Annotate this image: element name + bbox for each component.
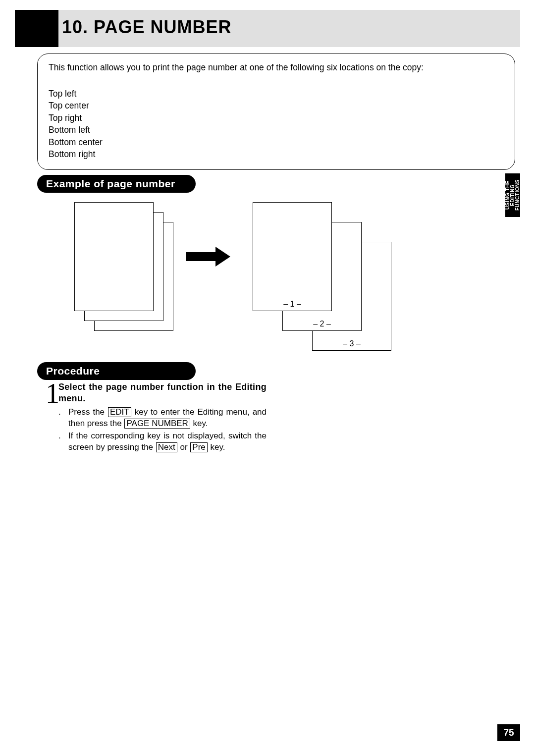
location-item: Bottom center	[49, 136, 504, 149]
bullet-dot-icon: .	[58, 407, 68, 430]
key-page-number: PAGE NUMBER	[124, 419, 190, 429]
location-item: Top right	[49, 112, 504, 124]
page-number-footer: 75	[497, 724, 520, 741]
intro-text: This function allows you to print the pa…	[49, 62, 504, 74]
location-item: Top left	[49, 88, 504, 100]
step-title: Select the page number function in the E…	[58, 381, 267, 405]
bullet-text: Press the EDIT key to enter the Editing …	[68, 407, 267, 430]
title-accent-block	[15, 10, 58, 47]
section-heading-example: Example of page number	[37, 175, 196, 193]
section-heading-procedure-label: Procedure	[46, 365, 100, 377]
example-diagram: – 3 – – 2 – – 1 –	[64, 197, 421, 356]
side-tab-label: USING THE EDITING FUNCTIONS	[505, 176, 520, 214]
manual-page: 10. PAGE NUMBER This function allows you…	[0, 0, 535, 756]
location-item: Bottom left	[49, 124, 504, 136]
bullet-text: If the corresponding key is not displaye…	[68, 431, 267, 453]
chapter-title: 10. PAGE NUMBER	[62, 17, 231, 38]
intro-box: This function allows you to print the pa…	[37, 54, 515, 170]
key-next: Next	[156, 442, 177, 453]
key-pre: Pre	[190, 442, 207, 453]
step-number: 1	[46, 379, 59, 407]
arrow-right-icon	[186, 247, 235, 267]
step-bullet: . Press the EDIT key to enter the Editin…	[58, 407, 267, 430]
procedure-step-1: 1 Select the page number function in the…	[58, 381, 267, 453]
page-number-value: 75	[503, 727, 514, 738]
section-heading-example-label: Example of page number	[46, 178, 175, 190]
diagram-page-blank	[74, 202, 154, 311]
diagram-page-label: – 3 –	[313, 339, 391, 348]
bullet-dot-icon: .	[58, 431, 68, 453]
step-bullet: . If the corresponding key is not displa…	[58, 431, 267, 453]
location-item: Top center	[49, 100, 504, 112]
diagram-page-numbered: – 1 –	[253, 202, 332, 311]
location-item: Bottom right	[49, 148, 504, 161]
locations-list: Top left Top center Top right Bottom lef…	[49, 88, 504, 161]
section-heading-procedure: Procedure	[37, 362, 196, 380]
diagram-page-label: – 2 –	[283, 320, 361, 328]
key-edit: EDIT	[108, 407, 131, 418]
side-tab: USING THE EDITING FUNCTIONS	[505, 173, 520, 217]
diagram-page-label: – 1 –	[253, 300, 331, 309]
